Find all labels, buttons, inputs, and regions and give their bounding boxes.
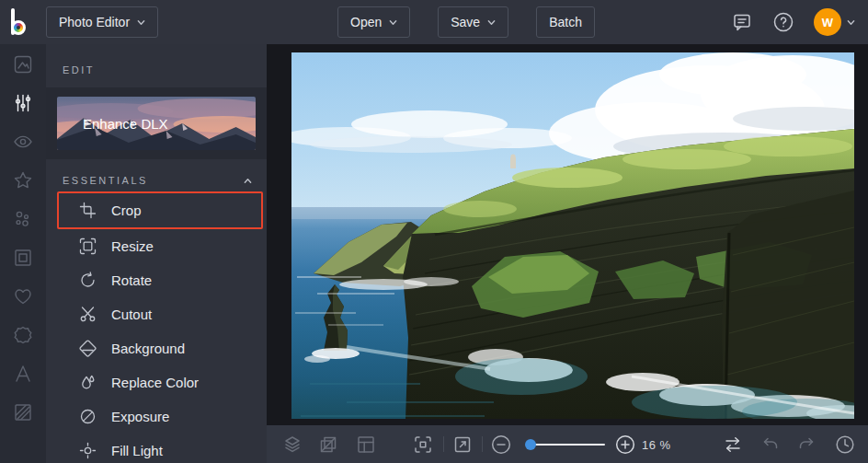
- account-menu[interactable]: W: [814, 8, 855, 36]
- enhance-dlx-banner[interactable]: Enhance DLX: [57, 97, 256, 150]
- tool-rail: [0, 44, 46, 463]
- frames-icon: [13, 248, 33, 268]
- overlays-heart-icon: [13, 286, 33, 307]
- undo-button[interactable]: [760, 434, 781, 455]
- chevron-up-icon: [244, 177, 252, 185]
- chevron-down-icon: [137, 18, 145, 27]
- item-label: Replace Color: [111, 375, 199, 390]
- panel-title: EDIT: [63, 64, 267, 75]
- rail-overlays[interactable]: [0, 277, 46, 315]
- rail-artsy[interactable]: [0, 200, 46, 237]
- fit-to-screen-button[interactable]: [413, 434, 433, 455]
- banner-container: Enhance DLX: [46, 87, 267, 159]
- batch-label: Batch: [549, 15, 582, 29]
- effects-star-icon: [13, 170, 33, 191]
- toolbar-divider: [482, 436, 483, 452]
- rail-effects[interactable]: [0, 161, 46, 199]
- banner-label: Enhance DLX: [83, 116, 168, 132]
- app-menu-label: Photo Editor: [59, 15, 130, 29]
- zoom-slider-thumb[interactable]: [525, 439, 536, 450]
- fit-to-screen-icon: [413, 434, 433, 455]
- item-label: Background: [111, 341, 185, 356]
- zoom-slider[interactable]: [526, 444, 605, 446]
- rail-text[interactable]: [0, 354, 46, 392]
- open-label: Open: [350, 15, 382, 29]
- textures-icon: [13, 402, 33, 422]
- app-menu-button[interactable]: Photo Editor: [46, 6, 158, 38]
- item-label: Cutout: [111, 307, 152, 322]
- topbar-right: W: [731, 0, 855, 44]
- avatar[interactable]: W: [814, 8, 841, 36]
- rail-textures[interactable]: [0, 393, 46, 431]
- text-icon: [13, 364, 33, 384]
- zoom-level: 16 %: [642, 437, 671, 451]
- bottom-toolbar: 16 %: [267, 425, 868, 463]
- batch-button[interactable]: Batch: [536, 6, 595, 38]
- resize-icon: [79, 237, 97, 255]
- save-button[interactable]: Save: [438, 6, 508, 38]
- fill-light-icon: [79, 442, 97, 459]
- history-icon: [835, 434, 855, 455]
- menu-item-rotate[interactable]: Rotate: [46, 263, 267, 297]
- chevron-down-icon: [847, 18, 855, 27]
- file-actions: Open Save Batch: [337, 6, 595, 38]
- menu-item-cutout[interactable]: Cutout: [46, 297, 267, 331]
- exposure-icon: [79, 408, 97, 425]
- undo-icon: [760, 434, 781, 455]
- compare-button[interactable]: [723, 434, 743, 455]
- photo-editor-app: Photo Editor Open Save Batch: [0, 0, 868, 463]
- graphics-badge-icon: [13, 325, 33, 345]
- rail-image-manager[interactable]: [0, 45, 46, 83]
- fullscreen-button[interactable]: [452, 434, 473, 455]
- befunky-logo[interactable]: [10, 8, 36, 36]
- photo-art: [291, 52, 854, 419]
- menu-item-background[interactable]: Background: [46, 331, 267, 365]
- rail-graphics[interactable]: [0, 316, 46, 353]
- edit-panel: EDIT: [46, 44, 267, 463]
- section-title: ESSENTIALS: [63, 175, 148, 186]
- menu-item-fill-light[interactable]: Fill Light: [46, 434, 267, 463]
- chevron-down-icon: [487, 18, 496, 27]
- artsy-circles-icon: [13, 209, 33, 229]
- item-label: Fill Light: [111, 443, 163, 458]
- layers-button[interactable]: [282, 434, 303, 455]
- item-label: Resize: [111, 238, 154, 254]
- help-icon[interactable]: [772, 11, 794, 33]
- rotate-icon: [79, 272, 97, 289]
- compare-icon: [723, 434, 743, 455]
- redo-icon: [796, 434, 817, 455]
- messages-icon[interactable]: [731, 11, 753, 33]
- zoom-in-icon: [615, 434, 635, 455]
- save-label: Save: [451, 15, 480, 29]
- menu-item-crop[interactable]: Crop: [57, 191, 263, 229]
- essentials-list: Crop Resize Rotate: [46, 191, 267, 463]
- menu-item-resize[interactable]: Resize: [46, 229, 267, 263]
- zoom-out-button[interactable]: [491, 434, 511, 455]
- layout-button[interactable]: [356, 434, 376, 455]
- history-button[interactable]: [835, 434, 855, 455]
- open-button[interactable]: Open: [337, 6, 410, 38]
- canvas-transform-icon: [318, 434, 338, 455]
- menu-item-replace-color[interactable]: Replace Color: [46, 365, 267, 399]
- edit-sliders-icon: [13, 93, 33, 113]
- canvas-area: [267, 44, 868, 425]
- redo-button[interactable]: [796, 434, 817, 455]
- item-label: Crop: [111, 203, 142, 218]
- rail-frames[interactable]: [0, 238, 46, 276]
- cutout-icon: [79, 306, 97, 323]
- zoom-in-button[interactable]: [615, 434, 635, 455]
- chevron-down-icon: [389, 18, 397, 27]
- menu-item-exposure[interactable]: Exposure: [46, 399, 267, 434]
- essentials-section-header[interactable]: ESSENTIALS: [63, 175, 252, 186]
- touch-up-eye-icon: [13, 132, 33, 152]
- item-label: Exposure: [111, 409, 169, 424]
- topbar: Photo Editor Open Save Batch: [0, 0, 868, 44]
- rail-edit[interactable]: [0, 84, 46, 122]
- toolbar-divider: [443, 436, 444, 452]
- coastal-cliffs-photo[interactable]: [291, 52, 854, 419]
- canvas-transform-button[interactable]: [318, 434, 338, 455]
- image-manager-icon: [13, 54, 33, 75]
- layout-icon: [356, 434, 376, 455]
- rail-touch-up[interactable]: [0, 122, 46, 160]
- layers-icon: [282, 434, 303, 455]
